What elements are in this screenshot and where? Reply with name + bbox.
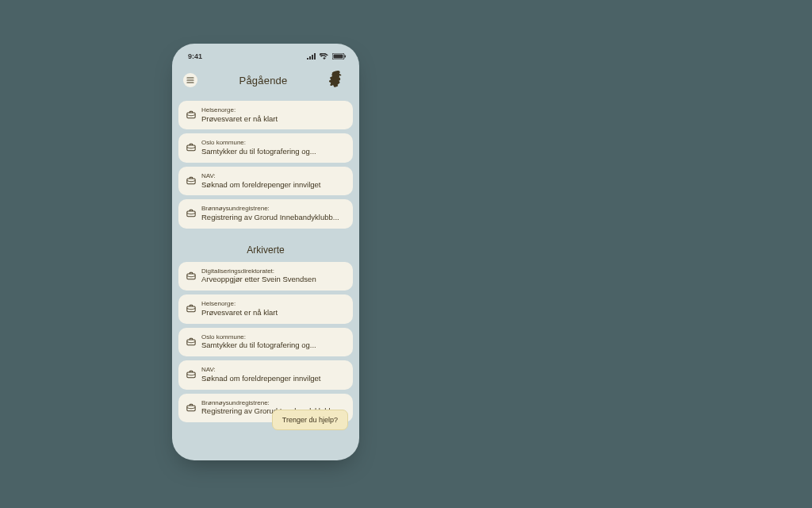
ongoing-item[interactable]: Oslo kommune:Samtykker du til fotografer…	[178, 133, 353, 162]
menu-button[interactable]	[183, 73, 197, 87]
item-text: Brønnøysundregistrene:Registrering av Gr…	[201, 205, 345, 221]
item-subject: Prøvesvaret er nå klart	[201, 308, 345, 318]
item-subject: Arveoppgjør etter Svein Svendsen	[201, 275, 345, 284]
ongoing-item[interactable]: Brønnøysundregistrene:Registrering av Gr…	[178, 199, 353, 228]
item-sender: Brønnøysundregistrene:	[201, 399, 345, 407]
signal-icon	[307, 53, 316, 60]
item-sender: Oslo kommune:	[201, 333, 345, 341]
item-sender: Brønnøysundregistrene:	[201, 205, 345, 213]
briefcase-icon	[186, 174, 196, 183]
ongoing-item[interactable]: Helsenorge:Prøvesvaret er nå klart	[178, 101, 353, 129]
svg-rect-2	[345, 56, 347, 58]
section-label-archived: Arkiverte	[172, 244, 359, 256]
briefcase-icon	[186, 335, 196, 344]
item-subject: Registrering av Grorud Innebandyklubb...	[201, 213, 345, 222]
ongoing-list: Helsenorge:Prøvesvaret er nå klartOslo k…	[172, 101, 359, 229]
item-sender: Helsenorge:	[201, 300, 345, 308]
item-text: Digitaliseringsdirektoratet:Arveoppgjør …	[201, 267, 345, 284]
ongoing-item[interactable]: NAV:Søknad om foreldrepenger innvilget	[178, 167, 353, 195]
hamburger-icon	[186, 77, 194, 83]
item-subject: Søknad om foreldrepenger innvilget	[201, 374, 345, 383]
help-label: Trenger du hjelp?	[282, 416, 338, 424]
archived-item[interactable]: Digitaliseringsdirektoratet:Arveoppgjør …	[178, 262, 353, 291]
item-text: Helsenorge:Prøvesvaret er nå klart	[201, 300, 345, 317]
item-sender: Helsenorge:	[201, 106, 345, 114]
briefcase-icon	[186, 368, 196, 377]
item-text: NAV:Søknad om foreldrepenger innvilget	[201, 366, 345, 383]
status-time: 9:41	[188, 52, 202, 60]
archived-list: Digitaliseringsdirektoratet:Arveoppgjør …	[172, 262, 359, 422]
archived-item[interactable]: NAV:Søknad om foreldrepenger innvilget	[178, 360, 353, 389]
item-subject: Samtykker du til fotografering og...	[201, 147, 345, 156]
item-text: NAV:Søknad om foreldrepenger innvilget	[201, 172, 345, 189]
item-sender: Oslo kommune:	[201, 139, 345, 147]
phone-frame: 9:41 Pågående Helsenorge:Prøvesvaret er …	[172, 44, 359, 460]
briefcase-icon	[186, 302, 196, 311]
briefcase-icon	[186, 140, 196, 150]
item-subject: Samtykker du til fotografering og...	[201, 341, 345, 350]
header: Pågående	[172, 63, 359, 94]
battery-icon	[332, 53, 347, 60]
item-subject: Prøvesvaret er nå klart	[201, 114, 345, 124]
archived-item[interactable]: Oslo kommune:Samtykker du til fotografer…	[178, 328, 353, 356]
help-button[interactable]: Trenger du hjelp?	[272, 410, 348, 430]
item-text: Helsenorge:Prøvesvaret er nå klart	[201, 106, 345, 123]
archived-item[interactable]: Helsenorge:Prøvesvaret er nå klart	[178, 294, 353, 323]
item-sender: NAV:	[201, 366, 345, 374]
status-bar: 9:41	[172, 44, 359, 63]
item-subject: Søknad om foreldrepenger innvilget	[201, 180, 345, 190]
svg-rect-1	[334, 55, 343, 59]
briefcase-icon	[186, 206, 196, 216]
briefcase-icon	[186, 401, 196, 410]
status-right	[307, 53, 347, 60]
item-text: Oslo kommune:Samtykker du til fotografer…	[201, 333, 345, 350]
page-title: Pågående	[197, 75, 329, 87]
item-sender: NAV:	[201, 172, 345, 180]
briefcase-icon	[186, 269, 196, 279]
wifi-icon	[320, 53, 329, 60]
item-sender: Digitaliseringsdirektoratet:	[201, 267, 345, 275]
briefcase-icon	[186, 108, 196, 117]
norwegian-lion-logo	[329, 71, 347, 90]
item-text: Oslo kommune:Samtykker du til fotografer…	[201, 139, 345, 156]
